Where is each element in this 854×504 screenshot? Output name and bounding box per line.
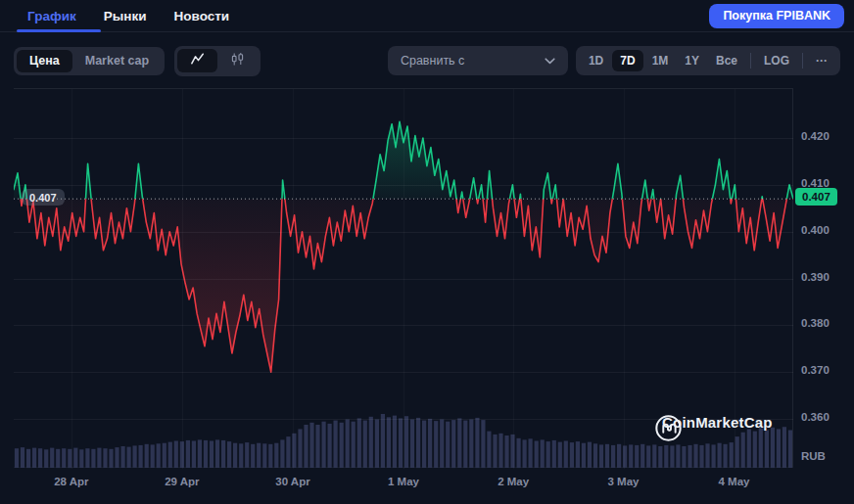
- price-chart-plot[interactable]: 0.407 CoinMarketCap: [14, 88, 793, 468]
- current-price-badge: 0.407: [795, 188, 837, 206]
- range-button-1y[interactable]: 1Y: [677, 50, 707, 71]
- divider: [750, 53, 751, 69]
- chevron-down-icon: [545, 54, 555, 68]
- gridline-vertical: [735, 89, 735, 469]
- tab-рынки[interactable]: Рынки: [104, 0, 147, 31]
- price-tick-label: 0.420: [801, 130, 830, 142]
- price-tick-label: 0.390: [801, 271, 830, 283]
- header-tabs: ГрафикРынкиНовости: [27, 0, 257, 31]
- price-tick-label: 0.410: [801, 177, 830, 189]
- line-chart-icon: [191, 53, 204, 69]
- line-chart-button[interactable]: [177, 49, 217, 72]
- gridline-vertical: [71, 89, 72, 469]
- date-tick-label: 29 Apr: [165, 476, 199, 487]
- date-tick-label: 1 May: [388, 476, 419, 487]
- chart-header: ГрафикРынкиНовости Покупка FPIBANK: [0, 0, 854, 32]
- gridline-vertical: [513, 89, 514, 469]
- gridline-vertical: [293, 89, 294, 469]
- tab-график[interactable]: График: [27, 0, 76, 31]
- more-options-button[interactable]: ···: [808, 50, 835, 71]
- range-button-1d[interactable]: 1D: [581, 50, 611, 71]
- time-range-group: 1D7D1M1YВсеLOG···: [576, 46, 840, 75]
- date-tick-label: 30 Apr: [275, 476, 309, 487]
- toolbar-right-controls: Сравнить с 1D7D1M1YВсеLOG···: [388, 46, 840, 75]
- coinmarketcap-watermark: CoinMarketCap: [654, 414, 773, 431]
- date-tick-label: 2 May: [498, 476, 529, 487]
- price-tick-label: 0.400: [801, 224, 830, 236]
- divider: [802, 53, 803, 69]
- metric-toggle: Цена Market cap: [14, 47, 165, 75]
- date-tick-label: 3 May: [608, 476, 640, 487]
- range-button-все[interactable]: Все: [708, 50, 745, 71]
- chart-toolbar: Цена Market cap Сравнить с: [14, 46, 840, 75]
- active-tab-underline: [17, 29, 101, 32]
- price-tick-label: 0.360: [801, 411, 830, 423]
- chart-type-toggle: [174, 46, 261, 76]
- price-toggle-button[interactable]: Цена: [17, 50, 72, 72]
- price-tick-label: 0.380: [801, 317, 830, 329]
- gridline-vertical: [403, 89, 404, 469]
- date-tick-label: 28 Apr: [54, 476, 88, 487]
- price-axis: 0.407 RUB 0.4200.4100.4000.3900.3800.370…: [794, 88, 840, 468]
- current-price-pill: 0.407: [22, 189, 65, 206]
- gridline-vertical: [624, 89, 625, 469]
- range-button-1m[interactable]: 1M: [644, 50, 677, 71]
- chart-area: 0.407 CoinMarketCap 0.407 RUB 0.4200.410…: [14, 88, 840, 494]
- tab-новости[interactable]: Новости: [174, 0, 230, 31]
- price-tick-label: 0.370: [801, 364, 830, 376]
- candlestick-chart-button[interactable]: [217, 49, 258, 73]
- range-button-7d[interactable]: 7D: [612, 50, 642, 71]
- currency-label: RUB: [801, 450, 826, 462]
- market-cap-toggle-button[interactable]: Market cap: [72, 50, 162, 72]
- compare-with-dropdown[interactable]: Сравнить с: [388, 46, 568, 75]
- date-tick-label: 4 May: [719, 476, 750, 487]
- buy-fpibank-button[interactable]: Покупка FPIBANK: [709, 4, 844, 28]
- gridline-vertical: [182, 89, 183, 469]
- compare-with-label: Сравнить с: [401, 54, 464, 68]
- candlestick-icon: [231, 53, 244, 69]
- log-scale-button[interactable]: LOG: [756, 50, 797, 71]
